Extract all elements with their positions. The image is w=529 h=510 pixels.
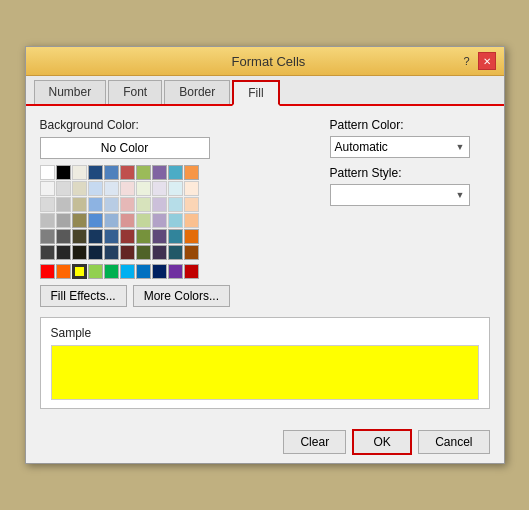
color-cell[interactable]: [56, 229, 71, 244]
color-cell[interactable]: [72, 229, 87, 244]
color-cell[interactable]: [72, 213, 87, 228]
color-cell[interactable]: [56, 264, 71, 279]
color-cell[interactable]: [168, 229, 183, 244]
color-cell[interactable]: [168, 213, 183, 228]
color-cell[interactable]: [88, 181, 103, 196]
color-cell[interactable]: [88, 229, 103, 244]
color-cell[interactable]: [184, 245, 199, 260]
color-cell[interactable]: [40, 197, 55, 212]
color-cell[interactable]: [184, 181, 199, 196]
color-cell[interactable]: [120, 213, 135, 228]
more-colors-button[interactable]: More Colors...: [133, 285, 230, 307]
color-cell[interactable]: [168, 245, 183, 260]
close-button[interactable]: ✕: [478, 52, 496, 70]
color-cell[interactable]: [152, 245, 167, 260]
color-cell[interactable]: [120, 197, 135, 212]
chevron-down-icon: ▼: [456, 190, 465, 200]
color-cell[interactable]: [56, 197, 71, 212]
color-cell[interactable]: [104, 264, 119, 279]
color-cell[interactable]: [120, 181, 135, 196]
color-cell[interactable]: [184, 213, 199, 228]
color-cell[interactable]: [72, 197, 87, 212]
color-cell[interactable]: [56, 181, 71, 196]
color-cell[interactable]: [120, 165, 135, 180]
tab-border[interactable]: Border: [164, 80, 230, 104]
pattern-color-value: Automatic: [335, 140, 388, 154]
color-cell[interactable]: [136, 245, 151, 260]
color-row-2: [40, 181, 310, 196]
tab-fill[interactable]: Fill: [232, 80, 279, 106]
color-cell[interactable]: [104, 165, 119, 180]
left-column: Background Color: No Color: [40, 118, 310, 307]
color-cell[interactable]: [152, 165, 167, 180]
clear-button[interactable]: Clear: [283, 430, 346, 454]
color-cell[interactable]: [40, 181, 55, 196]
ok-button[interactable]: OK: [352, 429, 412, 455]
no-color-button[interactable]: No Color: [40, 137, 210, 159]
color-cell[interactable]: [168, 165, 183, 180]
color-cell[interactable]: [184, 165, 199, 180]
pattern-style-dropdown[interactable]: ▼: [330, 184, 470, 206]
help-icon[interactable]: ?: [463, 55, 469, 67]
color-cell[interactable]: [136, 181, 151, 196]
color-cell[interactable]: [184, 197, 199, 212]
color-cell[interactable]: [40, 229, 55, 244]
color-cell[interactable]: [184, 264, 199, 279]
color-cell[interactable]: [88, 264, 103, 279]
color-cell[interactable]: [136, 229, 151, 244]
cancel-button[interactable]: Cancel: [418, 430, 489, 454]
color-cell[interactable]: [168, 264, 183, 279]
color-cell[interactable]: [40, 245, 55, 260]
two-column-layout: Background Color: No Color: [40, 118, 490, 307]
background-color-label: Background Color:: [40, 118, 310, 132]
color-cell[interactable]: [152, 229, 167, 244]
color-cell[interactable]: [184, 229, 199, 244]
color-cell[interactable]: [40, 264, 55, 279]
tab-font[interactable]: Font: [108, 80, 162, 104]
color-cell[interactable]: [88, 245, 103, 260]
pattern-color-dropdown[interactable]: Automatic ▼: [330, 136, 470, 158]
color-cell[interactable]: [40, 213, 55, 228]
color-cell[interactable]: [136, 197, 151, 212]
color-cell[interactable]: [120, 264, 135, 279]
color-row-1: [40, 165, 310, 180]
color-cell[interactable]: [152, 181, 167, 196]
color-row-6: [40, 245, 310, 260]
title-buttons: ? ✕: [463, 52, 495, 70]
color-cell[interactable]: [152, 197, 167, 212]
color-cell[interactable]: [168, 181, 183, 196]
color-cell[interactable]: [88, 197, 103, 212]
color-cell[interactable]: [168, 197, 183, 212]
tab-number[interactable]: Number: [34, 80, 107, 104]
color-row-7: [40, 264, 310, 279]
sample-label: Sample: [51, 326, 479, 340]
color-cell[interactable]: [120, 245, 135, 260]
color-cell[interactable]: [40, 165, 55, 180]
color-cell[interactable]: [104, 197, 119, 212]
color-cell[interactable]: [88, 213, 103, 228]
color-cell[interactable]: [152, 213, 167, 228]
color-cell[interactable]: [136, 165, 151, 180]
color-cell[interactable]: [72, 181, 87, 196]
color-cell[interactable]: [72, 245, 87, 260]
color-cell[interactable]: [136, 213, 151, 228]
color-cell[interactable]: [104, 229, 119, 244]
color-cell[interactable]: [136, 264, 151, 279]
color-cell[interactable]: [104, 213, 119, 228]
color-cell[interactable]: [104, 181, 119, 196]
pattern-color-label: Pattern Color:: [330, 118, 490, 132]
fill-effects-button[interactable]: Fill Effects...: [40, 285, 127, 307]
color-cell[interactable]: [56, 213, 71, 228]
color-cell[interactable]: [56, 165, 71, 180]
color-cell[interactable]: [56, 245, 71, 260]
color-row-4: [40, 213, 310, 228]
color-cell[interactable]: [72, 165, 87, 180]
color-cell[interactable]: [88, 165, 103, 180]
format-cells-dialog: Format Cells ? ✕ Number Font Border Fill…: [25, 46, 505, 464]
footer: Clear OK Cancel: [26, 421, 504, 463]
color-cell[interactable]: [72, 264, 87, 279]
color-cell[interactable]: [152, 264, 167, 279]
color-cell[interactable]: [120, 229, 135, 244]
title-bar: Format Cells ? ✕: [26, 47, 504, 76]
color-cell[interactable]: [104, 245, 119, 260]
